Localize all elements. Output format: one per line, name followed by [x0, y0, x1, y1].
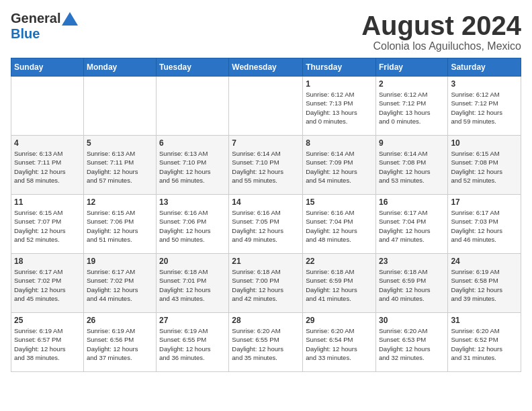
calendar-cell: 5Sunrise: 6:13 AM Sunset: 7:11 PM Daylig… — [83, 136, 156, 195]
calendar-cell: 22Sunrise: 6:18 AM Sunset: 6:59 PM Dayli… — [303, 254, 376, 313]
logo-blue-text: Blue — [11, 26, 40, 42]
calendar-cell: 14Sunrise: 6:16 AM Sunset: 7:05 PM Dayli… — [229, 195, 303, 254]
day-number: 26 — [87, 316, 153, 325]
day-info: Sunrise: 6:12 AM Sunset: 7:13 PM Dayligh… — [306, 90, 373, 126]
day-info: Sunrise: 6:12 AM Sunset: 7:12 PM Dayligh… — [451, 90, 518, 126]
day-info: Sunrise: 6:13 AM Sunset: 7:11 PM Dayligh… — [14, 149, 81, 185]
calendar-table: SundayMondayTuesdayWednesdayThursdayFrid… — [11, 58, 521, 372]
calendar-cell: 2Sunrise: 6:12 AM Sunset: 7:12 PM Daylig… — [375, 77, 447, 136]
calendar-cell: 3Sunrise: 6:12 AM Sunset: 7:12 PM Daylig… — [448, 77, 521, 136]
day-info: Sunrise: 6:19 AM Sunset: 6:58 PM Dayligh… — [451, 267, 518, 303]
day-header-sunday: Sunday — [11, 58, 84, 77]
week-row-1: 1Sunrise: 6:12 AM Sunset: 7:13 PM Daylig… — [11, 77, 521, 136]
logo-icon — [62, 12, 78, 26]
day-info: Sunrise: 6:13 AM Sunset: 7:10 PM Dayligh… — [159, 149, 226, 185]
day-info: Sunrise: 6:18 AM Sunset: 6:59 PM Dayligh… — [306, 267, 373, 303]
day-header-tuesday: Tuesday — [157, 58, 229, 77]
day-number: 23 — [379, 257, 445, 266]
day-info: Sunrise: 6:20 AM Sunset: 6:52 PM Dayligh… — [451, 326, 518, 362]
calendar-cell: 16Sunrise: 6:17 AM Sunset: 7:04 PM Dayli… — [375, 195, 447, 254]
day-number: 3 — [451, 79, 518, 89]
calendar-cell: 15Sunrise: 6:16 AM Sunset: 7:04 PM Dayli… — [303, 195, 376, 254]
week-row-3: 11Sunrise: 6:15 AM Sunset: 7:07 PM Dayli… — [11, 195, 521, 254]
day-info: Sunrise: 6:17 AM Sunset: 7:03 PM Dayligh… — [451, 208, 518, 244]
calendar-cell: 9Sunrise: 6:14 AM Sunset: 7:08 PM Daylig… — [375, 136, 447, 195]
week-row-2: 4Sunrise: 6:13 AM Sunset: 7:11 PM Daylig… — [11, 136, 521, 195]
month-title: August 2024 — [361, 11, 521, 40]
calendar-cell: 23Sunrise: 6:18 AM Sunset: 6:59 PM Dayli… — [375, 254, 447, 313]
day-number: 6 — [159, 138, 226, 148]
day-info: Sunrise: 6:19 AM Sunset: 6:55 PM Dayligh… — [159, 326, 226, 362]
day-number: 24 — [451, 257, 518, 266]
calendar-cell: 28Sunrise: 6:20 AM Sunset: 6:55 PM Dayli… — [229, 313, 303, 372]
calendar-cell: 21Sunrise: 6:18 AM Sunset: 7:00 PM Dayli… — [229, 254, 303, 313]
day-info: Sunrise: 6:19 AM Sunset: 6:56 PM Dayligh… — [87, 326, 153, 362]
day-number: 4 — [14, 138, 81, 148]
day-number: 25 — [14, 316, 81, 325]
location-title: Colonia los Aguiluchos, Mexico — [361, 40, 521, 52]
week-row-4: 18Sunrise: 6:17 AM Sunset: 7:02 PM Dayli… — [11, 254, 521, 313]
day-number: 9 — [379, 138, 445, 148]
day-number: 30 — [379, 316, 445, 325]
calendar-cell: 19Sunrise: 6:17 AM Sunset: 7:02 PM Dayli… — [83, 254, 156, 313]
calendar-cell: 6Sunrise: 6:13 AM Sunset: 7:10 PM Daylig… — [157, 136, 229, 195]
calendar-cell: 25Sunrise: 6:19 AM Sunset: 6:57 PM Dayli… — [11, 313, 84, 372]
day-number: 13 — [159, 197, 226, 207]
day-number: 1 — [306, 79, 373, 89]
day-info: Sunrise: 6:12 AM Sunset: 7:12 PM Dayligh… — [379, 90, 445, 126]
week-row-5: 25Sunrise: 6:19 AM Sunset: 6:57 PM Dayli… — [11, 313, 521, 372]
day-number: 7 — [232, 138, 300, 148]
day-header-wednesday: Wednesday — [229, 58, 303, 77]
calendar-cell: 4Sunrise: 6:13 AM Sunset: 7:11 PM Daylig… — [11, 136, 84, 195]
day-number: 28 — [232, 316, 300, 325]
day-number: 10 — [451, 138, 518, 148]
day-header-monday: Monday — [83, 58, 156, 77]
calendar-cell: 12Sunrise: 6:15 AM Sunset: 7:06 PM Dayli… — [83, 195, 156, 254]
day-info: Sunrise: 6:17 AM Sunset: 7:04 PM Dayligh… — [379, 208, 445, 244]
day-info: Sunrise: 6:15 AM Sunset: 7:06 PM Dayligh… — [87, 208, 153, 244]
day-info: Sunrise: 6:20 AM Sunset: 6:55 PM Dayligh… — [232, 326, 300, 362]
day-number: 14 — [232, 197, 300, 207]
day-header-friday: Friday — [375, 58, 447, 77]
day-number: 2 — [379, 79, 445, 89]
calendar-cell: 18Sunrise: 6:17 AM Sunset: 7:02 PM Dayli… — [11, 254, 84, 313]
logo: General Blue — [11, 11, 78, 42]
day-number: 27 — [159, 316, 226, 325]
calendar-cell — [83, 77, 156, 136]
calendar-cell: 17Sunrise: 6:17 AM Sunset: 7:03 PM Dayli… — [448, 195, 521, 254]
day-info: Sunrise: 6:16 AM Sunset: 7:04 PM Dayligh… — [306, 208, 373, 244]
day-info: Sunrise: 6:14 AM Sunset: 7:10 PM Dayligh… — [232, 149, 300, 185]
calendar-cell: 1Sunrise: 6:12 AM Sunset: 7:13 PM Daylig… — [303, 77, 376, 136]
calendar-cell: 27Sunrise: 6:19 AM Sunset: 6:55 PM Dayli… — [157, 313, 229, 372]
calendar-cell: 24Sunrise: 6:19 AM Sunset: 6:58 PM Dayli… — [448, 254, 521, 313]
calendar-cell: 29Sunrise: 6:20 AM Sunset: 6:54 PM Dayli… — [303, 313, 376, 372]
calendar-cell — [229, 77, 303, 136]
calendar-cell: 31Sunrise: 6:20 AM Sunset: 6:52 PM Dayli… — [448, 313, 521, 372]
logo-general-text: General — [11, 11, 60, 26]
day-number: 15 — [306, 197, 373, 207]
day-number: 16 — [379, 197, 445, 207]
day-info: Sunrise: 6:16 AM Sunset: 7:06 PM Dayligh… — [159, 208, 226, 244]
calendar-cell: 8Sunrise: 6:14 AM Sunset: 7:09 PM Daylig… — [303, 136, 376, 195]
calendar-cell: 20Sunrise: 6:18 AM Sunset: 7:01 PM Dayli… — [157, 254, 229, 313]
day-number: 12 — [87, 197, 153, 207]
day-info: Sunrise: 6:18 AM Sunset: 7:01 PM Dayligh… — [159, 267, 226, 303]
day-number: 8 — [306, 138, 373, 148]
day-info: Sunrise: 6:17 AM Sunset: 7:02 PM Dayligh… — [14, 267, 81, 303]
day-number: 22 — [306, 257, 373, 266]
day-number: 11 — [14, 197, 81, 207]
calendar-cell: 30Sunrise: 6:20 AM Sunset: 6:53 PM Dayli… — [375, 313, 447, 372]
svg-marker-0 — [62, 12, 78, 26]
calendar-cell: 13Sunrise: 6:16 AM Sunset: 7:06 PM Dayli… — [157, 195, 229, 254]
title-area: August 2024 Colonia los Aguiluchos, Mexi… — [361, 11, 521, 52]
calendar-header-row: SundayMondayTuesdayWednesdayThursdayFrid… — [11, 58, 521, 77]
day-info: Sunrise: 6:19 AM Sunset: 6:57 PM Dayligh… — [14, 326, 81, 362]
day-info: Sunrise: 6:15 AM Sunset: 7:07 PM Dayligh… — [14, 208, 81, 244]
day-number: 21 — [232, 257, 300, 266]
day-info: Sunrise: 6:18 AM Sunset: 6:59 PM Dayligh… — [379, 267, 445, 303]
day-number: 20 — [159, 257, 226, 266]
day-number: 18 — [14, 257, 81, 266]
calendar-cell: 11Sunrise: 6:15 AM Sunset: 7:07 PM Dayli… — [11, 195, 84, 254]
day-number: 31 — [451, 316, 518, 325]
calendar-cell — [11, 77, 84, 136]
